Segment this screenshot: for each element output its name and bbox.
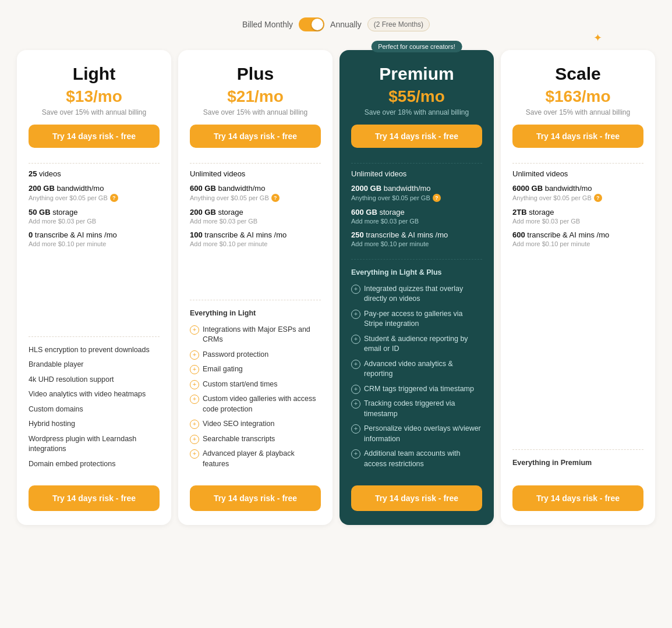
bottom-btn-wrapper-premium: Try 14 days risk - free: [351, 474, 482, 511]
features-header-premium: Everything in Light & Plus: [351, 268, 482, 278]
sparkle-icon: ✦: [593, 32, 602, 44]
stat-sub-light-3: Add more $0.10 per minute: [29, 240, 160, 247]
feature-item-light-2: 4k UHD resolution support: [29, 375, 160, 385]
feature-item-premium-6: + Personalize video overlays w/viewer in…: [351, 424, 482, 444]
plan-save-light: Save over 15% with annual billing: [29, 108, 160, 116]
stat-sub-premium-3: Add more $0.10 per minute: [351, 240, 482, 247]
bottom-btn-wrapper-scale: Try 14 days risk - free: [512, 474, 643, 511]
plan-price-light: $13/mo: [29, 87, 160, 106]
stat-main-light-1: 200 GB bandwidth/mo: [29, 184, 160, 193]
info-icon-plus-1[interactable]: ?: [271, 194, 280, 202]
stat-main-plus-0: Unlimited videos: [190, 169, 321, 178]
stats-section-plus: Unlimited videos600 GB bandwidth/moAnyth…: [190, 169, 321, 294]
stat-sub-light-1: Anything over $0.05 per GB?: [29, 194, 160, 202]
stat-main-plus-1: 600 GB bandwidth/mo: [190, 184, 321, 193]
features-header-plus: Everything in Light: [190, 308, 321, 319]
plus-icon-plus-5: +: [190, 420, 199, 429]
feature-text-plus-2: Email gating: [203, 364, 243, 375]
feature-text-plus-7: Advanced player & playback features: [203, 449, 321, 469]
info-icon-scale-1[interactable]: ?: [594, 194, 602, 202]
plans-container: Light$13/moSave over 15% with annual bil…: [12, 50, 660, 525]
plan-cta-bottom-plus[interactable]: Try 14 days risk - free: [190, 485, 321, 511]
feature-item-premium-3: + Advanced video analytics & reporting: [351, 359, 482, 379]
plan-cta-top-scale[interactable]: Try 14 days risk - free: [512, 125, 643, 148]
plan-price-scale: $163/mo: [512, 87, 643, 106]
info-icon-light-1[interactable]: ?: [110, 194, 118, 202]
feature-list-light: HLS encryption to prevent downloadsBrand…: [29, 345, 160, 474]
feature-text-premium-0: Integrated quizzes that overlay directly…: [364, 284, 482, 304]
stat-main-plus-2: 200 GB storage: [190, 208, 321, 217]
feature-list-scale: Everything in Premium: [512, 458, 643, 474]
plus-icon-plus-2: +: [190, 365, 199, 374]
stat-main-premium-2: 600 GB storage: [351, 208, 482, 217]
plus-icon-plus-1: +: [190, 350, 199, 360]
plan-cta-bottom-scale[interactable]: Try 14 days risk - free: [512, 485, 643, 511]
plan-cta-top-light[interactable]: Try 14 days risk - free: [29, 125, 160, 148]
feature-list-premium: Everything in Light & Plus + Integrated …: [351, 268, 482, 474]
feature-text-plus-6: Searchable transcripts: [203, 434, 275, 445]
plan-save-premium: Save over 18% with annual billing: [351, 108, 482, 116]
stats-section-scale: Unlimited videos6000 GB bandwidth/moAnyt…: [512, 169, 643, 443]
plan-cta-top-plus[interactable]: Try 14 days risk - free: [190, 125, 321, 148]
plus-icon-premium-0: +: [351, 285, 360, 294]
feature-list-plus: Everything in Light + Integrations with …: [190, 308, 321, 474]
feature-item-light-7: Domain embed protections: [29, 459, 160, 470]
billed-monthly-label: Billed Monthly: [242, 20, 293, 29]
plus-icon-plus-0: +: [190, 325, 199, 335]
plan-cta-bottom-light[interactable]: Try 14 days risk - free: [29, 485, 160, 511]
bottom-btn-wrapper-plus: Try 14 days risk - free: [190, 474, 321, 511]
plus-icon-plus-7: +: [190, 449, 199, 459]
stat-sub-scale-2: Add more $0.03 per GB: [512, 218, 643, 225]
divider-mid-plus: [190, 300, 321, 300]
plan-card-premium: Perfect for course creators!Premium$55/m…: [339, 50, 494, 525]
feature-item-light-0: HLS encryption to prevent downloads: [29, 345, 160, 356]
stat-main-scale-3: 600 transcribe & AI mins /mo: [512, 230, 643, 239]
stats-section-light: 25 videos200 GB bandwidth/moAnything ove…: [29, 169, 160, 331]
feature-item-plus-6: + Searchable transcripts: [190, 434, 321, 445]
feature-item-plus-2: + Email gating: [190, 364, 321, 375]
plan-name-plus: Plus: [190, 64, 321, 84]
stat-main-scale-2: 2TB storage: [512, 208, 643, 217]
plan-cta-top-premium[interactable]: Try 14 days risk - free: [351, 125, 482, 148]
stat-main-light-2: 50 GB storage: [29, 208, 160, 217]
feature-text-plus-3: Custom start/end times: [203, 379, 278, 390]
stat-sub-scale-3: Add more $0.10 per minute: [512, 240, 643, 247]
stat-main-premium-1: 2000 GB bandwidth/mo: [351, 184, 482, 193]
billing-toggle-switch[interactable]: [299, 17, 324, 31]
divider-mid-premium: [351, 259, 482, 260]
feature-item-light-5: Hybrid hosting: [29, 419, 160, 430]
feature-item-plus-0: + Integrations with Major ESPs and CRMs: [190, 325, 321, 345]
stat-sub-light-2: Add more $0.03 per GB: [29, 218, 160, 225]
plus-icon-premium-7: +: [351, 449, 360, 459]
feature-item-light-4: Custom domains: [29, 405, 160, 415]
plan-card-scale: Scale$163/moSave over 15% with annual bi…: [501, 50, 655, 525]
stat-main-premium-3: 250 transcribe & AI mins /mo: [351, 230, 482, 239]
feature-item-plus-4: + Custom video galleries with access cod…: [190, 394, 321, 414]
feature-item-premium-7: + Additional team accounts with access r…: [351, 449, 482, 469]
plus-icon-premium-4: +: [351, 385, 360, 394]
annually-label: Annually: [330, 20, 362, 29]
stat-sub-premium-1: Anything over $0.05 per GB?: [351, 194, 482, 202]
plan-card-light: Light$13/moSave over 15% with annual bil…: [17, 50, 171, 525]
feature-item-premium-5: + Tracking codes triggered via timestamp: [351, 399, 482, 419]
feature-text-plus-5: Video SEO integration: [203, 419, 274, 430]
feature-item-light-1: Brandable player: [29, 360, 160, 370]
feature-text-premium-6: Personalize video overlays w/viewer info…: [364, 424, 482, 444]
feature-text-premium-5: Tracking codes triggered via timestamp: [364, 399, 482, 419]
plus-icon-premium-3: +: [351, 360, 360, 369]
stats-section-premium: Unlimited videos2000 GB bandwidth/moAnyt…: [351, 169, 482, 253]
feature-text-premium-3: Advanced video analytics & reporting: [364, 359, 482, 379]
feature-text-premium-1: Pay-per access to galleries via Stripe i…: [364, 309, 482, 329]
divider-top-light: [29, 163, 160, 164]
feature-item-plus-7: + Advanced player & playback features: [190, 449, 321, 469]
plan-cta-bottom-premium[interactable]: Try 14 days risk - free: [351, 485, 482, 511]
info-icon-premium-1[interactable]: ?: [433, 194, 441, 202]
plan-save-plus: Save over 15% with annual billing: [190, 108, 321, 116]
feature-item-plus-1: + Password protection: [190, 350, 321, 360]
stat-sub-plus-2: Add more $0.03 per GB: [190, 218, 321, 225]
stat-main-light-3: 0 transcribe & AI mins /mo: [29, 230, 160, 239]
feature-text-premium-4: CRM tags triggered via timestamp: [364, 384, 474, 395]
stat-sub-plus-3: Add more $0.10 per minute: [190, 240, 321, 247]
stat-main-light-0: 25 videos: [29, 169, 160, 178]
feature-item-premium-1: + Pay-per access to galleries via Stripe…: [351, 309, 482, 329]
